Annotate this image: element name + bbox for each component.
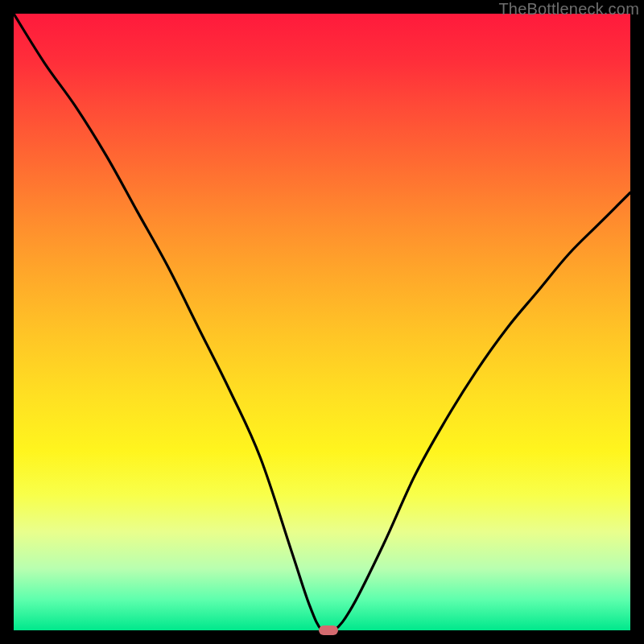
bottleneck-curve — [14, 14, 630, 630]
optimal-point-marker — [319, 625, 338, 635]
chart-plot-area — [14, 14, 630, 630]
watermark-text: TheBottleneck.com — [498, 0, 639, 19]
chart-frame: TheBottleneck.com — [0, 0, 644, 644]
